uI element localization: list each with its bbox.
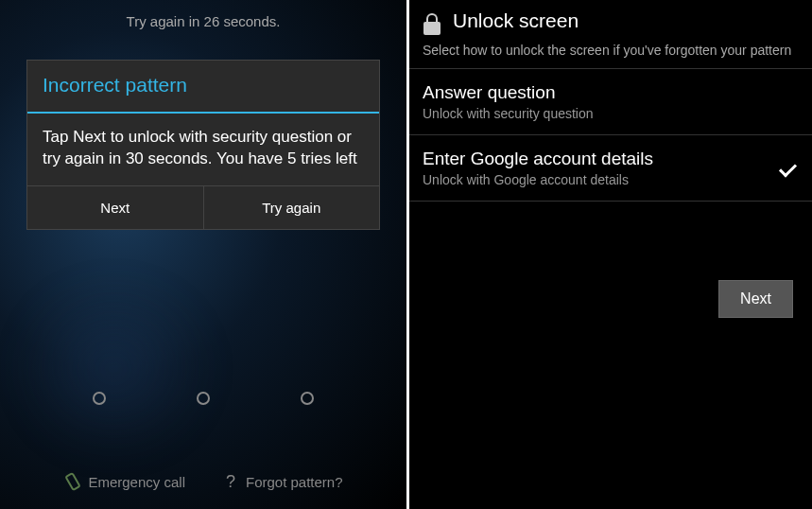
bottom-bar: Emergency call ? Forgot pattern?: [0, 473, 406, 490]
option-text: Answer question Unlock with security que…: [423, 82, 799, 121]
dialog-title: Incorrect pattern: [27, 61, 379, 114]
option-answer-question[interactable]: Answer question Unlock with security que…: [409, 68, 812, 134]
retry-message: Try again in 26 seconds.: [0, 0, 406, 29]
try-again-button[interactable]: Try again: [204, 186, 380, 229]
dialog-button-row: Next Try again: [27, 185, 379, 229]
option-text: Enter Google account details Unlock with…: [423, 149, 776, 187]
option-title: Enter Google account details: [423, 149, 776, 169]
pattern-dot[interactable]: [93, 392, 106, 405]
next-button[interactable]: Next: [718, 280, 793, 318]
unlock-screen-right: Unlock screen Select how to unlock the s…: [409, 0, 812, 509]
dialog-body: Tap Next to unlock with security questio…: [27, 114, 379, 185]
option-subtitle: Unlock with security question: [423, 106, 799, 121]
forgot-pattern-label: Forgot pattern?: [246, 474, 343, 490]
emergency-call-label: Emergency call: [88, 474, 185, 490]
header: Unlock screen: [409, 0, 812, 42]
option-subtitle: Unlock with Google account details: [423, 172, 776, 187]
lock-screen-left: Try again in 26 seconds. Incorrect patte…: [0, 0, 406, 509]
next-button[interactable]: Next: [27, 186, 204, 229]
option-title: Answer question: [423, 82, 799, 103]
checkmark-icon: [776, 157, 799, 180]
option-google-account[interactable]: Enter Google account details Unlock with…: [409, 134, 812, 202]
page-subtitle: Select how to unlock the screen if you'v…: [409, 42, 812, 68]
pattern-grid-row: [0, 392, 406, 405]
pattern-dot[interactable]: [197, 392, 210, 405]
question-mark-icon: ?: [223, 474, 238, 489]
lock-icon: [423, 13, 441, 36]
phone-icon: [63, 473, 80, 490]
pattern-dot[interactable]: [301, 392, 314, 405]
page-title: Unlock screen: [453, 9, 579, 32]
forgot-pattern-button[interactable]: ? Forgot pattern?: [223, 473, 343, 490]
emergency-call-button[interactable]: Emergency call: [63, 473, 185, 490]
incorrect-pattern-dialog: Incorrect pattern Tap Next to unlock wit…: [26, 60, 380, 230]
